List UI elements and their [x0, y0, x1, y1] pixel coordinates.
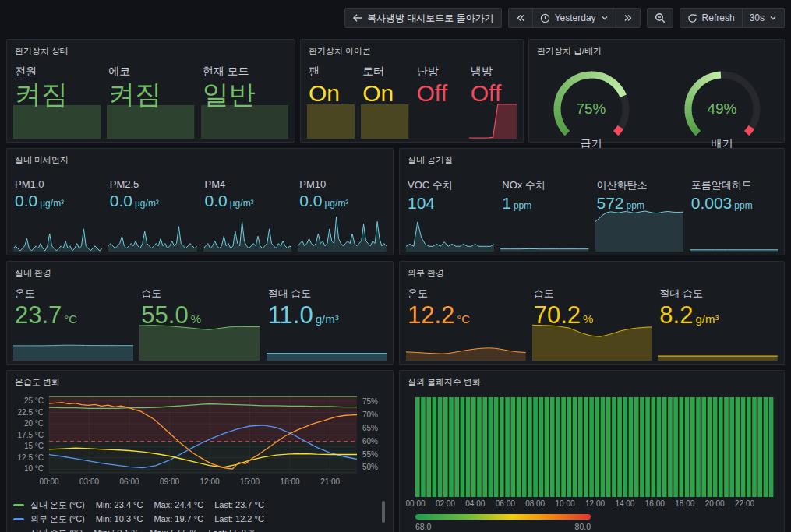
panel-title[interactable]: 환기장치 급/배기	[529, 40, 784, 62]
stat-power: 전원 켜짐	[13, 60, 101, 139]
panel-title[interactable]: 환기장치 아이콘	[301, 40, 523, 62]
legend-item-indoor-humidity[interactable]: 실내 습도 (%) Min: 50.1 % Max: 57.5 % Last: …	[13, 526, 379, 532]
legend-name: 실내 습도 (%)	[30, 527, 83, 532]
svg-text:21:00: 21:00	[320, 477, 340, 486]
chevrons-left-icon	[516, 13, 525, 23]
svg-text:04:00: 04:00	[465, 499, 485, 508]
stat-unit: ppm	[514, 201, 531, 211]
zoom-out-button[interactable]	[647, 8, 673, 28]
sparkline	[532, 317, 652, 361]
panel-title[interactable]: 실내 미세먼지	[7, 149, 393, 171]
stat-voc: VOC 수치 104	[406, 169, 494, 252]
panel-title[interactable]: 외부 환경	[400, 262, 784, 284]
back-button[interactable]: 복사냉방 대시보드로 돌아가기	[344, 8, 502, 28]
svg-text:00:00: 00:00	[406, 499, 426, 508]
stat-value: 0.0	[15, 192, 37, 210]
arrow-left-icon	[352, 13, 362, 23]
stat-formaldehyde: 포름알데히드 0.003ppm	[690, 169, 778, 252]
legend-last: Last: 23.7 °C	[214, 500, 264, 509]
sparkline	[406, 219, 494, 252]
gauge-exhaust: 49% 배기	[664, 66, 781, 151]
stat-label: 절대 습도	[659, 287, 778, 301]
refresh-group: Refresh 30s	[680, 8, 785, 28]
svg-text:09:00: 09:00	[160, 477, 179, 486]
sparkline	[307, 104, 355, 139]
sparkline	[13, 104, 101, 139]
panel-vent-status: 환기장치 상태 전원 켜짐 에코 켜짐 현재 모드 일반	[6, 39, 295, 143]
back-button-label: 복사냉방 대시보드로 돌아가기	[367, 12, 494, 25]
gradient-max-label: 80.0	[575, 522, 591, 531]
time-shift-back-button[interactable]	[508, 8, 533, 28]
stat-co2: 이산화탄소 572ppm	[595, 169, 683, 252]
legend-max: Max: 57.5 %	[150, 528, 197, 532]
sparkline	[690, 241, 778, 252]
stat-value: On	[362, 81, 394, 106]
stat-label: PM1.0	[15, 178, 102, 190]
svg-text:15 °C: 15 °C	[24, 442, 44, 450]
legend-min: Min: 23.4 °C	[96, 500, 143, 509]
stat-outdoor-temp: 온도 12.2°C	[406, 282, 526, 361]
sparkline	[13, 211, 102, 252]
refresh-interval-button[interactable]: 30s	[742, 8, 785, 28]
chevron-down-icon	[601, 14, 609, 22]
svg-text:18:00: 18:00	[281, 477, 300, 486]
stat-value: On	[309, 81, 340, 106]
stat-outdoor-abs-humidity: 절대 습도 8.2g/m³	[658, 282, 778, 361]
svg-text:55%: 55%	[362, 450, 378, 459]
legend-item-outdoor-temp[interactable]: 외부 온도 (°C) Min: 10.3 °C Max: 19.7 °C Las…	[13, 512, 379, 526]
stat-unit: µg/m³	[135, 199, 159, 209]
sparkline	[203, 211, 292, 252]
time-shift-forward-button[interactable]	[616, 8, 641, 28]
panel-title[interactable]: 실내 공기질	[400, 149, 784, 171]
color-gradient-legend: 68.0 80.0	[415, 514, 591, 531]
magnifier-minus-icon	[655, 12, 666, 23]
stat-label: 절대 습도	[268, 287, 387, 301]
chevrons-right-icon	[623, 13, 633, 23]
legend-min: Min: 50.1 %	[94, 528, 139, 532]
legend-item-indoor-temp[interactable]: 실내 온도 (°C) Min: 23.4 °C Max: 24.4 °C Las…	[13, 498, 379, 512]
gauge-value: 75%	[533, 100, 650, 118]
panel-title[interactable]: 온습도 변화	[7, 371, 393, 393]
refresh-label: Refresh	[702, 12, 735, 23]
sparkline	[406, 317, 526, 361]
panel-title[interactable]: 실내 환경	[7, 262, 393, 284]
stat-label: NOx 수치	[502, 178, 588, 192]
stat-value: 0.0	[299, 192, 322, 210]
svg-text:15:00: 15:00	[240, 477, 260, 486]
temp-humidity-timeseries: 25 °C22.5 °C20 °C17.5 °C15 °C12.5 °C10 °…	[13, 393, 388, 493]
stat-value: 104	[408, 195, 435, 212]
sparkline	[13, 317, 133, 361]
discomfort-bar-chart: 00:0002:0004:0006:0008:0010:0012:0014:00…	[406, 393, 779, 509]
panel-title[interactable]: 환기장치 상태	[7, 40, 295, 62]
svg-text:75%: 75%	[362, 397, 378, 406]
svg-text:12:00: 12:00	[585, 499, 605, 508]
topbar: 복사냉방 대시보드로 돌아가기 Yesterday	[0, 0, 791, 36]
legend-scrollbar[interactable]	[382, 501, 385, 523]
svg-text:60%: 60%	[362, 437, 378, 446]
svg-text:17.5 °C: 17.5 °C	[18, 431, 44, 439]
time-range-button[interactable]: Yesterday	[532, 8, 616, 28]
svg-text:12:00: 12:00	[200, 477, 220, 486]
svg-text:08:00: 08:00	[525, 499, 545, 508]
stat-pm10: PM10 0.0µg/m³	[298, 169, 387, 252]
stat-current-mode: 현재 모드 일반	[201, 60, 288, 139]
legend-name: 외부 온도 (°C)	[30, 513, 85, 525]
panel-title[interactable]: 실외 불쾌지수 변화	[400, 371, 784, 393]
sparkline	[469, 104, 517, 139]
refresh-button[interactable]: Refresh	[680, 8, 743, 28]
time-range-label: Yesterday	[555, 12, 596, 23]
sparkline	[108, 211, 197, 252]
stat-value: 0.0	[110, 192, 132, 210]
svg-text:12.5 °C: 12.5 °C	[18, 453, 44, 462]
gauge-value: 49%	[664, 100, 781, 118]
panel-vent-gauges: 환기장치 급/배기 75% 급기 49% 배기	[528, 39, 785, 143]
stat-value: Off	[417, 81, 447, 106]
stat-label: 냉방	[471, 65, 517, 79]
refresh-icon	[687, 13, 697, 23]
stat-outdoor-humidity: 습도 70.2%	[532, 282, 652, 361]
stat-label: PM4	[205, 178, 292, 190]
time-picker-group: Yesterday	[508, 8, 641, 28]
stat-label: 습도	[141, 287, 260, 301]
sparkline	[201, 104, 288, 139]
stat-label: VOC 수치	[408, 178, 494, 192]
